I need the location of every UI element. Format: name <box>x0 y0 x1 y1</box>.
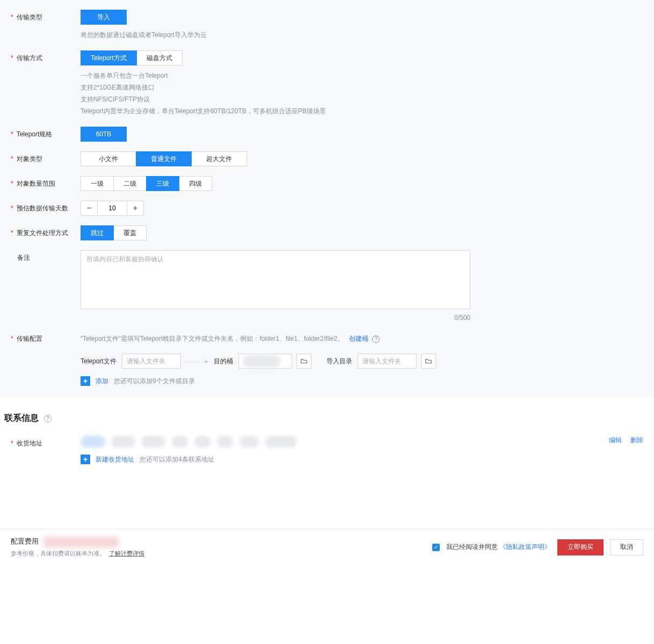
object-type-large[interactable]: 超大文件 <box>191 151 247 166</box>
object-type-segment: 小文件 普通文件 超大文件 <box>81 151 247 166</box>
estimate-days-input[interactable] <box>98 201 127 216</box>
address-delete-link[interactable]: 删除 <box>630 436 643 445</box>
config-fee-label: 配置费用 <box>11 537 39 545</box>
billing-detail-link[interactable]: 了解计费详情 <box>109 550 144 557</box>
address-redacted <box>194 436 210 448</box>
transmit-mode-teleport[interactable]: Teleport方式 <box>81 50 137 65</box>
object-count-3[interactable]: 三级 <box>146 176 179 191</box>
new-address-plus-icon[interactable]: + <box>81 455 90 464</box>
transmit-mode-desc: 一个服务单只包含一台Teleport 支持2*10GE高速网络接口 支持NFS/… <box>81 70 643 117</box>
label-object-count: 对象数量范围 <box>11 176 81 188</box>
transmit-mode-segment: Teleport方式 磁盘方式 <box>81 50 183 65</box>
create-bucket-link[interactable]: 创建桶 <box>349 335 368 342</box>
transmit-type-desc: 将您的数据通过磁盘或者Teleport导入华为云 <box>81 29 643 41</box>
agree-text: 我已经阅读并同意 <box>446 543 498 551</box>
address-edit-link[interactable]: 编辑 <box>609 436 622 445</box>
contact-section: 联系信息 ? 收货地址 编辑 删除 + 新建收货地址 您还可以添加4条联系地址 <box>0 397 654 486</box>
add-file-plus-icon[interactable]: + <box>81 376 90 386</box>
new-address-row: + 新建收货地址 您还可以添加4条联系地址 <box>81 455 643 464</box>
add-file-row: + 添加 您还可以添加9个文件或目录 <box>81 376 643 386</box>
config-form-section: 传输类型 导入 将您的数据通过磁盘或者Teleport导入华为云 传输方式 Te… <box>0 0 654 397</box>
teleport-file-input[interactable] <box>122 354 181 369</box>
address-redacted <box>112 436 135 448</box>
notes-textarea[interactable] <box>81 250 470 309</box>
object-count-segment: 一级 二级 三级 四级 <box>81 176 212 191</box>
address-pills <box>81 436 296 448</box>
label-teleport-spec: Teleport规格 <box>11 127 81 139</box>
label-address: 收货地址 <box>11 436 81 448</box>
new-address-link[interactable]: 新建收货地址 <box>96 455 134 464</box>
address-redacted <box>239 436 259 448</box>
duplicate-overwrite[interactable]: 覆盖 <box>113 225 147 240</box>
label-notes: 备注 <box>11 250 81 262</box>
question-icon[interactable]: ? <box>372 335 380 343</box>
address-redacted <box>81 436 105 448</box>
new-address-hint: 您还可以添加4条联系地址 <box>140 455 214 464</box>
import-dir-input[interactable] <box>358 354 417 369</box>
label-object-type: 对象类型 <box>11 151 81 164</box>
address-redacted <box>217 436 233 448</box>
address-redacted <box>142 436 165 448</box>
object-count-1[interactable]: 一级 <box>81 176 114 191</box>
estimate-days-increment[interactable]: + <box>127 201 144 216</box>
label-transfer-config: 传输配置 <box>11 331 81 343</box>
row-object-count: 对象数量范围 一级 二级 三级 四级 <box>11 166 643 191</box>
privacy-policy-link[interactable]: 《隐私政策声明》 <box>499 543 551 551</box>
folder-icon <box>425 357 432 365</box>
notes-counter: 0/500 <box>81 314 470 321</box>
estimate-days-stepper: − + <box>81 201 144 216</box>
duplicate-segment: 跳过 覆盖 <box>81 225 147 240</box>
cancel-button[interactable]: 取消 <box>610 539 643 555</box>
arrow-icon: ·······▸ <box>185 357 209 365</box>
footer-bar: 配置费用 参考价格，具体扣费请以账单为准。 了解计费详情 ✓ 我已经阅读并同意 … <box>0 529 654 565</box>
row-notes: 备注 0/500 <box>11 240 643 321</box>
address-redacted <box>265 436 296 448</box>
question-icon[interactable]: ? <box>44 415 52 422</box>
config-fee-redacted <box>43 537 119 547</box>
teleport-file-label: Teleport文件 <box>81 357 117 366</box>
object-type-normal[interactable]: 普通文件 <box>136 151 192 166</box>
add-file-hint: 您还可以添加9个文件或目录 <box>114 377 195 386</box>
row-duplicate: 重复文件处理方式 跳过 覆盖 <box>11 216 643 240</box>
add-file-link[interactable]: 添加 <box>96 377 108 386</box>
transmit-type-import-button[interactable]: 导入 <box>81 10 127 25</box>
object-type-small[interactable]: 小文件 <box>81 151 136 166</box>
dest-bucket-browse-button[interactable] <box>296 354 311 369</box>
folder-icon <box>300 357 308 365</box>
label-transmit-mode: 传输方式 <box>11 50 81 63</box>
address-actions: 编辑 删除 <box>609 436 643 445</box>
row-transmit-mode: 传输方式 Teleport方式 磁盘方式 一个服务单只包含一台Teleport … <box>11 41 643 117</box>
teleport-spec-60tb[interactable]: 60TB <box>81 127 127 142</box>
row-transmit-type: 传输类型 导入 将您的数据通过磁盘或者Teleport导入华为云 <box>11 0 643 41</box>
label-duplicate: 重复文件处理方式 <box>11 225 81 238</box>
address-redacted <box>172 436 188 448</box>
row-transfer-config: 传输配置 “Teleport文件”需填写Teleport根目录下文件或文件夹名，… <box>11 321 643 386</box>
estimate-days-decrement[interactable]: − <box>81 201 98 216</box>
agree-checkbox[interactable]: ✓ <box>432 544 440 551</box>
row-teleport-spec: Teleport规格 60TB <box>11 117 643 142</box>
row-object-type: 对象类型 小文件 普通文件 超大文件 <box>11 142 643 166</box>
buy-now-button[interactable]: 立即购买 <box>557 539 604 555</box>
object-count-4[interactable]: 四级 <box>179 176 212 191</box>
transmit-mode-disk[interactable]: 磁盘方式 <box>136 50 183 65</box>
object-count-2[interactable]: 二级 <box>113 176 147 191</box>
dest-bucket-redacted <box>243 355 280 367</box>
transfer-config-desc: “Teleport文件”需填写Teleport根目录下文件或文件夹名，例如：fo… <box>81 335 344 342</box>
import-dir-label: 导入目录 <box>326 357 352 366</box>
contact-title: 联系信息 ? <box>4 413 643 424</box>
fee-desc-text: 参考价格，具体扣费请以账单为准。 <box>11 550 105 557</box>
dest-bucket-label: 目的桶 <box>214 357 233 366</box>
transfer-fields-row: Teleport文件 ·······▸ 目的桶 导入目录 <box>81 354 643 369</box>
row-estimate-days: 预估数据传输天数 − + <box>11 191 643 216</box>
duplicate-skip[interactable]: 跳过 <box>81 225 114 240</box>
label-estimate-days: 预估数据传输天数 <box>11 201 81 213</box>
import-dir-browse-button[interactable] <box>421 354 436 369</box>
address-row: 收货地址 编辑 删除 <box>4 436 643 448</box>
label-transmit-type: 传输类型 <box>11 10 81 22</box>
